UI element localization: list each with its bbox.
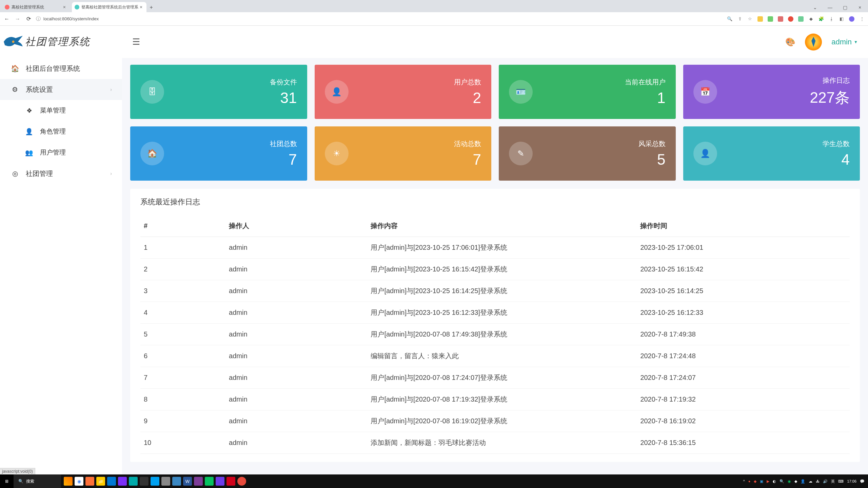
forward-button[interactable]: → bbox=[14, 16, 21, 22]
tab-close-icon[interactable]: × bbox=[62, 4, 67, 10]
address-bar[interactable]: ⓘ localhost:8060/system/index bbox=[36, 16, 723, 22]
table-cell: 2023-10-25 16:15:42 bbox=[637, 259, 850, 280]
bookmark-icon[interactable]: ☆ bbox=[747, 16, 753, 22]
table-cell: admin bbox=[225, 389, 367, 410]
zoom-icon[interactable]: 🔍 bbox=[727, 16, 732, 22]
table-cell: admin bbox=[225, 367, 367, 389]
table-cell: 4 bbox=[140, 302, 225, 324]
sidebar-item-label: 系统设置 bbox=[26, 85, 53, 94]
column-header: 操作内容 bbox=[367, 215, 637, 237]
chevron-right-icon: › bbox=[110, 87, 112, 92]
card-value: 7 bbox=[454, 151, 481, 168]
site-info-icon[interactable]: ⓘ bbox=[36, 16, 41, 22]
card-label: 风采总数 bbox=[638, 139, 666, 148]
log-panel: 系统最近操作日志 #操作人操作内容操作时间 1admin用户[admin]与[2… bbox=[130, 189, 860, 462]
table-cell: admin bbox=[225, 302, 367, 324]
sidebar-item-menu-management[interactable]: ❖ 菜单管理 bbox=[0, 100, 122, 121]
avatar[interactable] bbox=[805, 34, 822, 50]
logo[interactable]: 社团管理系统 bbox=[0, 26, 122, 58]
card-label: 活动总数 bbox=[454, 139, 481, 148]
theme-palette-icon[interactable]: 🎨 bbox=[785, 37, 795, 47]
table-cell: admin bbox=[225, 280, 367, 302]
card-value: 7 bbox=[270, 151, 297, 168]
table-cell: 2020-7-8 17:24:07 bbox=[637, 367, 850, 389]
browser-tab-2-active[interactable]: 登高校社团管理系统后台管理系 × bbox=[72, 2, 146, 12]
extension-icon[interactable] bbox=[757, 16, 763, 22]
sidebar-item-user-management[interactable]: 👥 用户管理 bbox=[0, 142, 122, 163]
card-label: 用户总数 bbox=[454, 78, 481, 87]
stat-card-1[interactable]: 👤用户总数2 bbox=[315, 65, 492, 119]
table-cell: 8 bbox=[140, 389, 225, 410]
chevron-right-icon: › bbox=[110, 171, 112, 176]
stat-card-6[interactable]: ✎风采总数5 bbox=[499, 126, 676, 181]
main-area: ☰ 🎨 admin ▼ 🗄备份文件31👤用户总数2🪪当前在线用户1📅操作日志22… bbox=[122, 26, 868, 474]
gear-icon: ⚙ bbox=[10, 85, 20, 94]
toolbar-icons: 🔍 ⇧ ☆ ◆ 🧩 ⭳ ◧ ⋮ bbox=[727, 16, 865, 22]
extension-icon[interactable] bbox=[768, 16, 773, 22]
extension-icon[interactable] bbox=[798, 16, 804, 22]
user-dropdown[interactable]: admin ▼ bbox=[831, 38, 858, 46]
favicon bbox=[75, 5, 79, 9]
table-row: 7admin用户[admin]与[2020-07-08 17:24:07]登录系… bbox=[140, 367, 850, 389]
tab-close-icon[interactable]: × bbox=[138, 4, 144, 10]
table-cell: 1 bbox=[140, 237, 225, 259]
sidebar-item-system-settings[interactable]: ⚙ 系统设置 › bbox=[0, 79, 122, 100]
table-row: 4admin用户[admin]与[2023-10-25 16:12:33]登录系… bbox=[140, 302, 850, 324]
sidebar-item-dashboard[interactable]: 🏠 社团后台管理系统 bbox=[0, 58, 122, 79]
window-minimize-button[interactable]: — bbox=[823, 3, 837, 12]
card-label: 备份文件 bbox=[270, 78, 297, 87]
table-row: 9admin用户[admin]与[2020-07-08 16:19:02]登录系… bbox=[140, 410, 850, 432]
window-maximize-button[interactable]: ▢ bbox=[838, 3, 852, 12]
chrome-menu-chevron-icon[interactable]: ⌄ bbox=[808, 3, 822, 12]
sidebar-item-label: 社团后台管理系统 bbox=[26, 64, 80, 73]
table-cell: 9 bbox=[140, 410, 225, 432]
sidebar-item-role-management[interactable]: 👤 角色管理 bbox=[0, 121, 122, 142]
url-text: localhost:8060/system/index bbox=[43, 16, 99, 21]
card-text: 风采总数5 bbox=[638, 139, 666, 168]
topbar: ☰ 🎨 admin ▼ bbox=[122, 26, 868, 58]
side-panel-icon[interactable]: ◧ bbox=[839, 16, 844, 22]
app-root: 社团管理系统 🏠 社团后台管理系统 ⚙ 系统设置 › ❖ 菜单管理 👤 角色管理… bbox=[0, 26, 868, 474]
stat-card-7[interactable]: 👤学生总数4 bbox=[683, 126, 860, 181]
table-cell: 用户[admin]与[2020-07-08 17:19:32]登录系统 bbox=[367, 389, 637, 410]
window-close-button[interactable]: × bbox=[853, 3, 867, 12]
card-value: 2 bbox=[454, 89, 481, 106]
card-label: 社团总数 bbox=[270, 139, 297, 148]
browser-tab-strip: 高校社团管理系统 × 登高校社团管理系统后台管理系 × + ⌄ — ▢ × bbox=[0, 0, 868, 12]
share-icon[interactable]: ⇧ bbox=[737, 16, 743, 22]
browser-tab-1[interactable]: 高校社团管理系统 × bbox=[2, 2, 70, 12]
logo-icon bbox=[1, 32, 25, 52]
card-icon: 🗄 bbox=[140, 80, 164, 104]
hamburger-toggle-button[interactable]: ☰ bbox=[132, 37, 140, 47]
downloads-icon[interactable]: ⭳ bbox=[829, 16, 834, 22]
column-header: 操作时间 bbox=[637, 215, 850, 237]
card-icon: ☀ bbox=[325, 142, 349, 165]
table-cell: 2023-10-25 17:06:01 bbox=[637, 237, 850, 259]
table-cell: 2020-7-8 17:24:48 bbox=[637, 345, 850, 367]
home-icon: 🏠 bbox=[10, 64, 20, 73]
sidebar-item-label: 社团管理 bbox=[26, 169, 53, 178]
extension-icon[interactable] bbox=[788, 16, 793, 22]
sidebar-item-label: 角色管理 bbox=[40, 127, 66, 136]
content-area: 🗄备份文件31👤用户总数2🪪当前在线用户1📅操作日志227条🏠社团总数7☀活动总… bbox=[122, 58, 868, 474]
reload-button[interactable]: ⟳ bbox=[25, 16, 32, 22]
back-button[interactable]: ← bbox=[3, 16, 10, 22]
table-cell: admin bbox=[225, 259, 367, 280]
new-tab-button[interactable]: + bbox=[146, 3, 156, 12]
log-table-header-row: #操作人操作内容操作时间 bbox=[140, 215, 850, 237]
stat-card-2[interactable]: 🪪当前在线用户1 bbox=[499, 65, 676, 119]
extensions-button[interactable]: 🧩 bbox=[818, 16, 824, 22]
table-cell: 2020-7-8 15:36:15 bbox=[637, 432, 850, 454]
extension-icon[interactable] bbox=[778, 16, 783, 22]
stat-card-5[interactable]: ☀活动总数7 bbox=[315, 126, 492, 181]
extension-icon[interactable]: ◆ bbox=[808, 16, 814, 22]
stat-card-3[interactable]: 📅操作日志227条 bbox=[683, 65, 860, 119]
stat-card-4[interactable]: 🏠社团总数7 bbox=[130, 126, 307, 181]
sidebar-item-club-management[interactable]: ◎ 社团管理 › bbox=[0, 163, 122, 184]
card-value: 227条 bbox=[810, 88, 850, 108]
profile-avatar-icon[interactable] bbox=[849, 16, 854, 22]
target-icon: ◎ bbox=[10, 169, 20, 178]
table-row: 3admin用户[admin]与[2023-10-25 16:14:25]登录系… bbox=[140, 280, 850, 302]
chrome-menu-icon[interactable]: ⋮ bbox=[859, 16, 865, 22]
stat-card-0[interactable]: 🗄备份文件31 bbox=[130, 65, 307, 119]
